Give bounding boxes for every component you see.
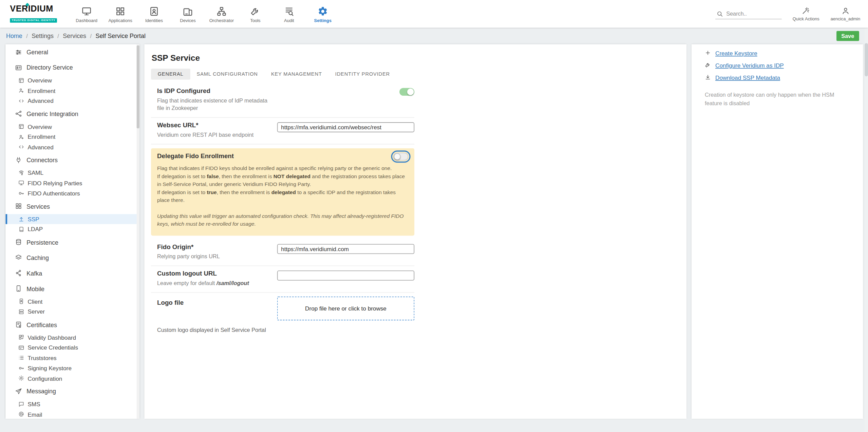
- breadcrumb-separator: /: [26, 33, 28, 39]
- applications-icon: [115, 6, 126, 16]
- sidebar-item-mobile[interactable]: Mobile: [5, 281, 139, 296]
- delegate-fido-toggle[interactable]: [393, 153, 408, 161]
- nav-item-dashboard[interactable]: Dashboard: [70, 5, 103, 23]
- save-button[interactable]: Save: [836, 31, 859, 41]
- sidebar-item-certificates[interactable]: Certificates: [5, 317, 139, 332]
- identities-icon: [149, 6, 159, 16]
- action-create-keystore[interactable]: Create Keystore: [705, 49, 850, 57]
- sidebar-item-overview[interactable]: Overview: [5, 75, 139, 86]
- sidebar-item-email[interactable]: Email: [5, 409, 139, 419]
- nav-item-applications[interactable]: Applications: [103, 5, 137, 23]
- sidebar-item-label: General: [26, 49, 48, 55]
- sidebar-item-advanced[interactable]: Advanced: [5, 96, 139, 106]
- veridium-logo[interactable]: VERIDIUM TRUSTED DIGITAL IDENTITY: [10, 4, 65, 23]
- sidebar-item-validity-dashboard[interactable]: Validity Dashboard: [5, 332, 139, 342]
- sidebar-scrollbar[interactable]: [137, 44, 139, 419]
- page-scrollbar[interactable]: [865, 28, 868, 432]
- username-label: aencica_admin: [830, 16, 860, 21]
- nav-item-label: Tools: [250, 18, 260, 23]
- breadcrumb: Home/Settings/Services/Self Service Port…: [6, 33, 146, 39]
- sidebar-item-service-credentials[interactable]: Service Credentials: [5, 342, 139, 353]
- nav-item-tools[interactable]: Tools: [239, 5, 272, 23]
- sidebar-item-label: SSP: [28, 215, 39, 222]
- sidebar-item-advanced[interactable]: Advanced: [5, 142, 139, 152]
- toggle-knob: [407, 89, 414, 95]
- overview-icon: [18, 77, 24, 83]
- sidebar-item-sms[interactable]: SMS: [5, 399, 139, 409]
- sidebar-item-enrollment[interactable]: Enrollment: [5, 86, 139, 96]
- download-icon: [705, 74, 711, 80]
- sidebar-item-server[interactable]: Server: [5, 306, 139, 317]
- sidebar-item-persistence[interactable]: Persistence: [5, 234, 139, 250]
- sidebar-item-signing-keystore[interactable]: Signing Keystore: [5, 363, 139, 373]
- ssp-icon: [18, 216, 24, 222]
- sidebar-item-overview[interactable]: Overview: [5, 121, 139, 132]
- field-custom-logout-url: Custom logout URL Leave empty for defaul…: [151, 266, 414, 292]
- sidebar-item-label: Connectors: [26, 156, 58, 163]
- field-text: Custom logout URL Leave empty for defaul…: [157, 270, 277, 287]
- sidebar-item-fido-relying-parties[interactable]: FIDO Relying Parties: [5, 178, 139, 188]
- field-control: [277, 243, 414, 261]
- sidebar-item-label: Overview: [28, 77, 52, 84]
- fido-origin-input[interactable]: [277, 244, 414, 253]
- top-navbar: VERIDIUM TRUSTED DIGITAL IDENTITY Dashbo…: [0, 0, 868, 28]
- sidebar-item-saml[interactable]: SAML: [5, 168, 139, 178]
- breadcrumb-bar: Home/Settings/Services/Self Service Port…: [0, 28, 868, 44]
- breadcrumb-item-settings[interactable]: Settings: [32, 33, 54, 39]
- tab-key-management[interactable]: KEY MANAGEMENT: [264, 69, 328, 80]
- sidebar-item-services[interactable]: Services: [5, 198, 139, 214]
- tab-identity-provider[interactable]: IDENTITY PROVIDER: [328, 69, 396, 80]
- idp-configured-toggle[interactable]: [399, 88, 414, 96]
- tab-saml-configuration[interactable]: SAML CONFIGURATION: [190, 69, 264, 80]
- sidebar-item-ssp[interactable]: SSP: [5, 214, 139, 224]
- search-input[interactable]: [726, 11, 780, 17]
- nav-item-identities[interactable]: Identities: [137, 5, 171, 23]
- keystore-hsm-note: Creation of keystore can only happen whe…: [705, 91, 844, 107]
- page-scrollbar-thumb[interactable]: [865, 43, 868, 76]
- action-link-label: Configure Veridium as IDP: [715, 62, 784, 69]
- sidebar-item-general[interactable]: General: [5, 44, 139, 60]
- nav-item-label: Orchestrator: [209, 18, 234, 23]
- sidebar-item-label: Messaging: [26, 388, 56, 395]
- sidebar-item-generic-integration[interactable]: Generic Integration: [5, 106, 139, 121]
- nav-item-audit[interactable]: Audit: [272, 5, 306, 23]
- breadcrumb-item-services[interactable]: Services: [63, 33, 86, 39]
- wrench-icon: [705, 62, 711, 68]
- sidebar-item-enrollment[interactable]: Enrollment: [5, 132, 139, 142]
- sidebar-scrollbar-thumb[interactable]: [137, 45, 139, 129]
- logo-dropzone[interactable]: Drop file here or click to browse: [277, 296, 414, 320]
- sidebar-item-kafka[interactable]: Kafka: [5, 265, 139, 281]
- idp-configured-label: Is IDP Configured: [157, 88, 271, 94]
- sidebar-item-ldap[interactable]: LDAP: [5, 224, 139, 234]
- quick-actions-button[interactable]: Quick Actions: [793, 6, 819, 21]
- field-text: Is IDP Configured Flag that indicates ex…: [157, 88, 277, 112]
- sidebar-item-client[interactable]: Client: [5, 296, 139, 306]
- nav-item-label: Devices: [180, 18, 195, 23]
- sidebar-item-connectors[interactable]: Connectors: [5, 152, 139, 168]
- tab-general[interactable]: GENERAL: [151, 69, 190, 80]
- sidebar-item-messaging[interactable]: Messaging: [5, 383, 139, 399]
- nav-item-devices[interactable]: Devices: [171, 5, 205, 23]
- sidebar-item-label: Caching: [26, 254, 49, 261]
- field-is-idp-configured: Is IDP Configured Flag that indicates ex…: [151, 83, 414, 118]
- code-icon: [18, 144, 24, 150]
- field-delegate-fido-enrollment: Delegate Fido Enrollment Flag that indic…: [151, 148, 414, 236]
- action-download-ssp-metadata[interactable]: Download SSP Metadata: [705, 73, 850, 81]
- nav-item-orchestrator[interactable]: Orchestrator: [205, 5, 238, 23]
- user-menu[interactable]: aencica_admin: [830, 6, 860, 21]
- sidebar-item-fido-authenticators[interactable]: FIDO Authenticators: [5, 188, 139, 198]
- primary-nav: DashboardApplicationsIdentitiesDevicesOr…: [70, 5, 340, 23]
- sidebar-item-directory-service[interactable]: Directory Service: [5, 60, 139, 75]
- sidebar-item-truststores[interactable]: Truststores: [5, 353, 139, 363]
- sidebar-item-caching[interactable]: Caching: [5, 250, 139, 265]
- sidebar-item-label: Enrollment: [28, 133, 56, 140]
- sms-icon: [18, 401, 24, 407]
- sidebar-item-label: Client: [28, 298, 43, 305]
- websec-url-input[interactable]: [277, 122, 414, 132]
- sidebar-item-configuration[interactable]: Configuration: [5, 373, 139, 383]
- custom-logout-input[interactable]: [277, 270, 414, 280]
- breadcrumb-item-home[interactable]: Home: [6, 33, 22, 39]
- action-configure-veridium-as-idp[interactable]: Configure Veridium as IDP: [705, 61, 850, 69]
- nav-item-settings[interactable]: Settings: [306, 5, 340, 23]
- settings-sidebar: GeneralDirectory ServiceOverviewEnrollme…: [5, 44, 139, 419]
